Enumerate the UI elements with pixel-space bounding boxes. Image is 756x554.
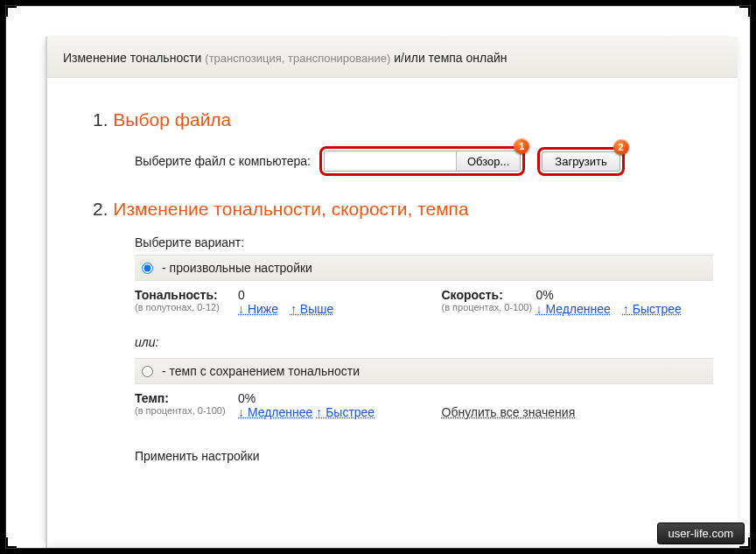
tempo-down-link[interactable]: ↓ Медленнее (238, 405, 312, 419)
speed-up-link[interactable]: ↑ Быстрее (623, 302, 682, 316)
upload-button[interactable]: Загрузить (542, 151, 620, 172)
file-input-group: Обзор... (324, 151, 521, 172)
apply-link[interactable]: Применить настройки (135, 449, 260, 463)
main-panel: Изменение тональности (транспозиция, тра… (46, 37, 738, 548)
tempo-control: Темп: 0% (в процентах, 0-100) ↓ Медленне… (135, 391, 407, 419)
title-prefix: Изменение тональности (63, 51, 205, 65)
variant-label: Выберите вариант: (135, 235, 713, 249)
speed-control: Скорость: 0% (в процентах, 0-100) ↓ Медл… (442, 288, 714, 316)
file-label: Выберите файл с компьютера: (135, 154, 311, 168)
browse-button[interactable]: Обзор... (456, 151, 520, 171)
tonality-up-link[interactable]: ↑ Выше (290, 302, 333, 316)
tonality-sub: (в полутонах, 0-12) (135, 302, 238, 316)
step-2: 2. Изменение тональности, скорости, темп… (93, 199, 713, 463)
file-path-input[interactable] (325, 151, 456, 171)
option-custom-row[interactable]: - произвольные настройки (135, 255, 713, 281)
step-1-number: 1. (93, 109, 108, 130)
speed-down-link[interactable]: ↓ Медленнее (536, 302, 611, 316)
radio-tempo[interactable] (142, 366, 153, 377)
step-1: 1. Выбор файла Выберите файл с компьютер… (93, 109, 713, 176)
title-suffix: и/или темпа онлайн (390, 51, 507, 65)
corner-mark (739, 537, 750, 548)
radio-custom[interactable] (142, 263, 153, 274)
option-tempo-label: - темп с сохранением тональности (162, 364, 360, 378)
tempo-sub: (в процентах, 0-100) (135, 405, 238, 419)
speed-sub: (в процентах, 0-100) (442, 302, 536, 316)
corner-mark (6, 6, 17, 17)
tonality-value: 0 (238, 288, 245, 302)
reset-link[interactable]: Обнулить все значения (442, 405, 576, 419)
corner-mark (6, 537, 17, 548)
tonality-down-link[interactable]: ↓ Ниже (238, 302, 278, 316)
tonality-control: Тональность: 0 (в полутонах, 0-12) ↓ Ниж… (135, 288, 407, 316)
step-2-number: 2. (93, 199, 108, 219)
corner-mark (739, 6, 750, 17)
speed-label: Скорость: (442, 288, 503, 302)
option-custom-label: - произвольные настройки (162, 261, 312, 275)
highlight-file-picker: 1 Обзор... (319, 146, 525, 176)
tempo-value: 0% (238, 391, 256, 405)
title-paren: (транспозиция, транспонирование) (205, 52, 390, 65)
tempo-label: Темп: (135, 391, 169, 405)
callout-badge-1: 1 (514, 138, 529, 154)
outer-frame: Изменение тональности (транспозиция, тра… (5, 5, 751, 549)
page-title: Изменение тональности (транспозиция, тра… (47, 37, 738, 78)
tonality-label: Тональность: (135, 288, 218, 302)
step-2-title: Изменение тональности, скорости, темпа (113, 199, 468, 219)
speed-value: 0% (536, 288, 554, 302)
content-area: 1. Выбор файла Выберите файл с компьютер… (47, 78, 738, 480)
tempo-up-link[interactable]: ↑ Быстрее (316, 405, 374, 419)
callout-badge-2: 2 (613, 139, 629, 155)
step-1-title: Выбор файла (113, 109, 231, 130)
or-label: или: (135, 335, 713, 349)
option-tempo-row[interactable]: - темп с сохранением тональности (135, 358, 713, 384)
highlight-upload: 2 Загрузить (537, 147, 624, 176)
